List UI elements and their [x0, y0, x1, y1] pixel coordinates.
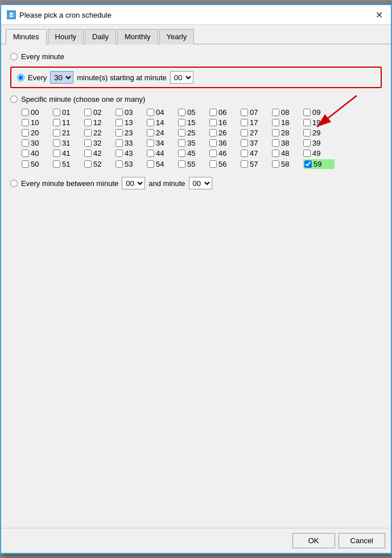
tab-bar: Minutes Hourly Daily Monthly Yearly [1, 25, 391, 44]
specific-minute-section: Specific minute (choose one or many) 00 … [10, 95, 382, 169]
tab-monthly[interactable]: Monthly [117, 29, 158, 44]
every-n-minutes-row: Every 30 12345 610121520 minute(s) start… [10, 67, 382, 88]
cb-22: 22 [84, 129, 115, 137]
cb-26: 26 [209, 129, 241, 137]
cb-58: 58 [272, 160, 303, 168]
cb-53: 53 [115, 160, 147, 168]
main-window: 🗓 Please pick a cron schedule ✕ Minutes … [0, 4, 392, 554]
cancel-button[interactable]: Cancel [339, 533, 385, 548]
cb-18: 18 [272, 118, 303, 127]
cb-31: 31 [53, 139, 84, 147]
tab-hourly[interactable]: Hourly [48, 29, 84, 44]
cb-08: 08 [272, 108, 303, 117]
specific-minute-label-row: Specific minute (choose one or many) [10, 95, 382, 104]
cb-25: 25 [178, 129, 209, 137]
cb-45: 45 [178, 149, 209, 158]
button-bar: OK Cancel [1, 528, 391, 553]
cb-10: 10 [22, 118, 53, 127]
and-label: and minute [148, 179, 185, 188]
cb-47: 47 [241, 149, 272, 158]
specific-minute-label: Specific minute (choose one or many) [21, 95, 145, 104]
cb-35: 35 [178, 139, 209, 147]
cb-29: 29 [303, 129, 335, 137]
cb-01: 01 [53, 108, 84, 117]
checkbox-row-5: 50 51 52 53 54 55 56 57 58 59 [22, 159, 382, 169]
cb-28: 28 [272, 129, 303, 137]
between-end-select[interactable]: 00 010203 [189, 177, 212, 189]
cb-15: 15 [178, 118, 209, 127]
specific-minute-radio[interactable] [10, 96, 18, 103]
every-minute-label: Every minute [21, 52, 64, 61]
cb-06: 06 [209, 108, 241, 117]
tab-yearly[interactable]: Yearly [159, 29, 195, 44]
cb-56: 56 [209, 160, 241, 168]
cb-50: 50 [22, 160, 53, 168]
between-radio[interactable] [10, 180, 18, 187]
close-button[interactable]: ✕ [373, 9, 385, 21]
cb-13: 13 [115, 118, 147, 127]
minute-s-label: minute(s) starting at minute [77, 73, 167, 82]
between-start-select[interactable]: 00 010203 [122, 177, 145, 189]
cb-14: 14 [147, 118, 178, 127]
cb-59: 59 [303, 159, 335, 169]
window-title: Please pick a cron schedule [19, 11, 112, 19]
cb-17: 17 [241, 118, 272, 127]
ok-button[interactable]: OK [292, 533, 335, 548]
cb-38: 38 [272, 139, 303, 147]
title-bar: 🗓 Please pick a cron schedule ✕ [1, 5, 391, 25]
between-label: Every minute between minute [21, 179, 118, 188]
cb-23: 23 [115, 129, 147, 137]
cb-20: 20 [22, 129, 53, 137]
tab-minutes[interactable]: Minutes [6, 29, 47, 44]
cb-21: 21 [53, 129, 84, 137]
starting-minute-select[interactable]: 00 0102030405 [170, 71, 193, 84]
cb-49: 49 [303, 149, 335, 158]
cb-12: 12 [84, 118, 115, 127]
checkbox-row-4: 40 41 42 43 44 45 46 47 48 49 [22, 149, 382, 158]
cb-57: 57 [241, 160, 272, 168]
cb-36: 36 [209, 139, 241, 147]
checkbox-row-2: 20 21 22 23 24 25 26 27 28 29 [22, 129, 382, 137]
cb-55: 55 [178, 160, 209, 168]
cb-24: 24 [147, 129, 178, 137]
checkbox-row-0: 00 01 02 03 04 05 06 07 08 09 [22, 108, 382, 117]
tab-daily[interactable]: Daily [85, 29, 116, 44]
cb-33: 33 [115, 139, 147, 147]
cb-05: 05 [178, 108, 209, 117]
cb-16: 16 [209, 118, 241, 127]
cb-30: 30 [22, 139, 53, 147]
cb-41: 41 [53, 149, 84, 158]
window-icon: 🗓 [7, 10, 16, 19]
cb-52: 52 [84, 160, 115, 168]
cb-54: 54 [147, 160, 178, 168]
every-n-select[interactable]: 30 12345 610121520 [50, 71, 73, 84]
cb-19: 19 [303, 118, 335, 127]
cb-39: 39 [303, 139, 335, 147]
title-bar-left: 🗓 Please pick a cron schedule [7, 10, 112, 19]
every-minute-row: Every minute [10, 52, 382, 61]
cb-07: 07 [241, 108, 272, 117]
cb-04: 04 [147, 108, 178, 117]
checkbox-row-3: 30 31 32 33 34 35 36 37 38 39 [22, 139, 382, 147]
every-n-radio[interactable] [17, 74, 24, 81]
between-row: Every minute between minute 00 010203 an… [10, 177, 382, 189]
cb-48: 48 [272, 149, 303, 158]
checkbox-grid: 00 01 02 03 04 05 06 07 08 09 10 11 12 1… [22, 108, 382, 169]
cb-51: 51 [53, 160, 84, 168]
cb-46: 46 [209, 149, 241, 158]
cb-43: 43 [115, 149, 147, 158]
checkbox-row-1: 10 11 12 13 14 15 16 17 18 19 [22, 118, 382, 127]
cb-11: 11 [53, 118, 84, 127]
cb-27: 27 [241, 129, 272, 137]
cb-32: 32 [84, 139, 115, 147]
cb-40: 40 [22, 149, 53, 158]
cb-34: 34 [147, 139, 178, 147]
cb-44: 44 [147, 149, 178, 158]
cb-09: 09 [303, 108, 335, 117]
cb-00: 00 [22, 108, 53, 117]
every-minute-radio[interactable] [10, 53, 18, 60]
cb-02: 02 [84, 108, 115, 117]
cb-42: 42 [84, 149, 115, 158]
content-area: Every minute Every 30 12345 610121520 mi… [1, 44, 391, 528]
every-label: Every [28, 73, 47, 82]
